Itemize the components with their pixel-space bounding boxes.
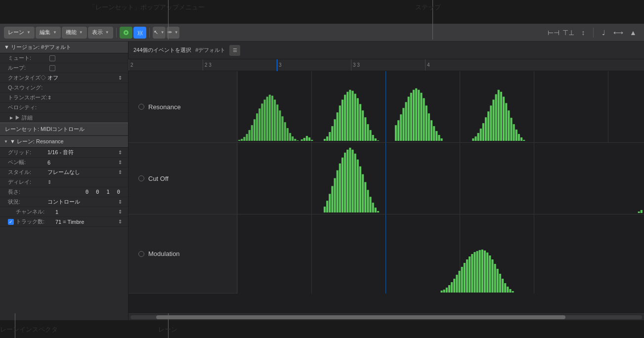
svg-rect-14	[266, 97, 268, 141]
svg-rect-53	[377, 140, 379, 141]
status-row[interactable]: 状況: コントロール ⇕	[0, 197, 128, 207]
svg-rect-112	[369, 197, 371, 212]
resonance-lane: Resonance	[129, 71, 644, 143]
color-button[interactable]	[120, 27, 132, 39]
svg-rect-37	[337, 112, 339, 141]
svg-rect-108	[359, 167, 361, 212]
annotation-lane-label: レーン	[158, 325, 177, 334]
annotation-inspector-label: レーンインスペクタ	[0, 325, 58, 334]
svg-rect-43	[351, 91, 353, 141]
resonance-svg	[237, 71, 644, 142]
pointer-tool-button[interactable]: ↖ ▼	[153, 27, 166, 39]
mute-checkbox[interactable]	[49, 55, 55, 61]
modulation-content[interactable]	[237, 214, 644, 294]
view-menu-button[interactable]: 表示 ▼	[88, 27, 113, 39]
resize-icon[interactable]: ⟷	[611, 27, 625, 39]
svg-rect-55	[397, 120, 399, 141]
svg-rect-124	[456, 275, 458, 293]
svg-rect-6	[246, 134, 248, 141]
svg-point-1	[125, 32, 127, 34]
pencil-icon: ✏	[168, 29, 172, 36]
svg-rect-138	[491, 259, 493, 293]
scroll-thumb[interactable]	[156, 315, 565, 319]
loop-checkbox[interactable]	[49, 65, 55, 71]
svg-rect-67	[428, 113, 430, 141]
region-header: ▼ リージョン: #デフォルト	[0, 42, 128, 53]
velocity-row: ベロシティ:	[0, 103, 128, 113]
lane-set-header[interactable]: レーンセット: MIDIコントロール	[0, 123, 128, 136]
svg-rect-80	[490, 106, 492, 141]
svg-rect-71	[438, 135, 440, 141]
svg-rect-46	[359, 104, 361, 141]
lane-menu-button[interactable]: レーン ▼	[4, 27, 35, 39]
svg-rect-64	[420, 93, 422, 141]
svg-rect-125	[459, 271, 461, 293]
style-row[interactable]: スタイル: フレームなし ⇕	[0, 168, 128, 177]
svg-rect-29	[306, 136, 308, 141]
svg-rect-83	[498, 90, 500, 141]
svg-rect-119	[443, 290, 445, 293]
svg-rect-133	[479, 250, 481, 293]
svg-rect-76	[480, 128, 482, 141]
svg-rect-98	[334, 178, 336, 213]
delay-arrow: ⇕	[47, 179, 51, 185]
svg-rect-130	[471, 254, 473, 293]
svg-rect-94	[324, 207, 326, 212]
svg-rect-47	[362, 110, 364, 141]
track-arrow: ⇕	[118, 219, 122, 224]
svg-rect-75	[477, 133, 479, 141]
svg-rect-31	[311, 140, 313, 141]
lanes-container[interactable]: Resonance	[129, 71, 644, 313]
fit-width-button[interactable]: ⊢⊣	[547, 27, 560, 39]
annotation-lane-set-label: 「レーンセット」ポップアップメニュー	[89, 3, 205, 12]
svg-rect-89	[513, 124, 515, 141]
selection-icon-btn[interactable]: ☰	[229, 45, 240, 56]
svg-rect-102	[344, 153, 346, 212]
horizontal-scrollbar[interactable]	[129, 313, 644, 320]
svg-rect-115	[377, 211, 379, 212]
transpose-row[interactable]: トランスポーズ: ⇕	[0, 93, 128, 103]
cutoff-content[interactable]	[237, 143, 644, 214]
fit-height-button[interactable]: ⊤⊥	[561, 27, 575, 39]
pencil-tool-button[interactable]: ✏ ▼	[167, 27, 179, 39]
svg-rect-143	[504, 283, 506, 293]
svg-rect-123	[453, 279, 455, 293]
pen-width-row[interactable]: ペン幅: 6 ⇕	[0, 158, 128, 168]
resonance-circle	[138, 104, 144, 110]
loop-row: ループ:	[0, 63, 128, 73]
svg-rect-61	[413, 90, 415, 141]
svg-rect-15	[269, 95, 271, 141]
track-num-row[interactable]: ✓ トラック数: 71 = Timbre ⇕	[0, 217, 128, 227]
svg-rect-4	[241, 139, 243, 141]
channel-row[interactable]: チャンネル: 1 ⇕	[0, 207, 128, 217]
edit-menu-button[interactable]: 編集 ▼	[36, 27, 61, 39]
svg-rect-140	[497, 269, 499, 293]
svg-rect-59	[408, 97, 410, 141]
svg-rect-132	[476, 251, 478, 293]
selection-bar: 244個のイベントを選択 #デフォルト ☰	[129, 42, 644, 59]
svg-rect-96	[329, 194, 331, 212]
zoom-button[interactable]: ↕	[576, 27, 590, 39]
channel-arrow: ⇕	[118, 209, 122, 214]
svg-rect-60	[410, 93, 412, 141]
cutoff-lane: Cut Off	[129, 143, 644, 214]
svg-rect-106	[354, 154, 356, 212]
svg-rect-51	[372, 135, 374, 141]
timeline-marker-2: 2	[129, 59, 133, 71]
resonance-label-area: Resonance	[129, 71, 237, 142]
inspector-panel: ▼ リージョン: #デフォルト ミュート: ループ: クオンタイズ◇ オフ ⇕ …	[0, 42, 129, 320]
resonance-content[interactable]	[237, 71, 644, 142]
quantize-row[interactable]: クオンタイズ◇ オフ ⇕	[0, 73, 128, 83]
function-menu-button[interactable]: 機能 ▼	[62, 27, 87, 39]
svg-rect-7	[249, 130, 251, 141]
track-checkbox[interactable]: ✓	[8, 219, 14, 225]
grid-row[interactable]: グリッド: 1/16 - 音符 ⇕	[0, 148, 128, 158]
svg-rect-120	[446, 288, 448, 293]
scroll-track[interactable]	[130, 315, 642, 319]
svg-rect-30	[308, 137, 310, 141]
svg-rect-93	[523, 140, 525, 141]
pen-arrow: ⇕	[118, 160, 122, 165]
length-row[interactable]: 長さ: 0 0 1 0	[0, 187, 128, 197]
flex-button[interactable]: ⟩|⟨	[133, 27, 146, 39]
details-row[interactable]: ▶ ▶ 詳細	[0, 113, 128, 123]
